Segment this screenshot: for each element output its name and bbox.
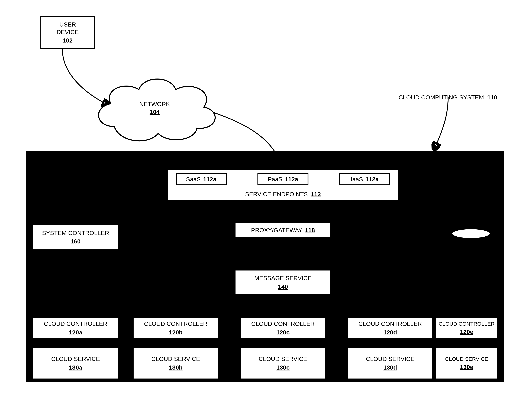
cloud-system-title: CLOUD COMPUTING SYSTEM [399,94,484,101]
proxy-title: PROXY/GATEWAY [251,227,303,234]
data-store-ref: 150 [486,189,496,195]
user-device-box: USER DEVICE 102 [40,16,95,49]
message-service-box: MESSAGE SERVICE 140 [235,269,331,295]
cloud-controller-b-ref: 120b [169,329,183,336]
svg-point-49 [452,229,490,238]
paas-box: PaaS 112a [258,173,308,185]
cloud-controller-e: CLOUD CONTROLLER 120e [435,317,498,339]
cloud-service-c: CLOUD SERVICE 130c [240,347,326,379]
saas-box: SaaS 112a [176,173,227,185]
service-endpoints-ref: 112 [311,191,321,197]
diagram-canvas: USER DEVICE 102 NETWORK 104 CLOUD COMPUT… [0,0,532,401]
service-endpoints-title: SERVICE ENDPOINTS [245,191,308,197]
cloud-service-a: CLOUD SERVICE 130a [32,347,119,379]
cloud-controller-b: CLOUD CONTROLLER 120b [133,317,219,339]
iaas-title: IaaS [351,176,363,183]
user-device-ref: 102 [63,37,73,44]
user-device-title: USER DEVICE [57,21,79,36]
cloud-system-ref: 110 [487,94,497,101]
message-service-title: MESSAGE SERVICE [254,274,312,282]
system-controller-ref: 160 [71,238,81,245]
cloud-controller-e-ref: 120e [460,328,473,336]
network-cloud: NETWORK 104 [88,70,222,146]
cloud-system-label: CLOUD COMPUTING SYSTEM 110 [392,86,497,109]
data-store-icon [450,228,492,267]
cloud-controller-a: CLOUD CONTROLLER 120a [32,317,119,339]
intnet-line1-slash: / [419,217,422,224]
intnet-line1-ref: 114 [409,217,419,224]
cloud-controller-a-ref: 120a [69,329,82,336]
paas-title: PaaS [268,176,282,183]
internal-network-label: INTERNAL NETWORK 114 / VIRTUAL NETWORK 1… [339,209,422,254]
cloud-controller-d-ref: 120d [383,329,397,336]
cloud-controller-c-ref: 120c [276,329,290,336]
cloud-service-d-title: CLOUD SERVICE [366,355,414,363]
system-controller-title: SYSTEM CONTROLLER [42,229,109,237]
cloud-controller-a-title: CLOUD CONTROLLER [44,320,107,328]
cloud-controller-e-title: CLOUD CONTROLLER [439,320,494,327]
proxy-ref: 118 [305,227,315,234]
cloud-service-d: CLOUD SERVICE 130d [347,347,433,379]
data-store-title: DATA STORE [446,189,483,195]
cloud-controller-d-title: CLOUD CONTROLLER [359,320,422,328]
cloud-service-e: CLOUD SERVICE 130e [435,347,498,379]
intnet-line2-ref: 116 [405,239,415,246]
cloud-service-b: CLOUD SERVICE 130b [133,347,219,379]
cloud-service-b-ref: 130b [169,364,183,371]
proxy-gateway-box: PROXY/GATEWAY 118 [235,222,331,238]
saas-ref: 112a [203,176,216,183]
message-service-ref: 140 [278,283,288,290]
cloud-controller-d: CLOUD CONTROLLER 120d [347,317,433,339]
cloud-controller-c-title: CLOUD CONTROLLER [251,320,315,328]
cloud-service-a-ref: 130a [69,364,82,371]
system-controller-box: SYSTEM CONTROLLER 160 [32,224,119,250]
saas-title: SaaS [186,176,201,183]
paas-ref: 112a [285,176,298,183]
iaas-box: IaaS 112a [339,173,390,185]
cloud-controller-c: CLOUD CONTROLLER 120c [240,317,326,339]
data-store-label: DATA STORE 150 [439,181,496,203]
network-title: NETWORK [139,101,170,107]
cloud-service-a-title: CLOUD SERVICE [51,355,100,363]
cloud-service-c-ref: 130c [276,364,290,371]
cloud-service-b-title: CLOUD SERVICE [151,355,200,363]
cloud-service-e-title: CLOUD SERVICE [445,356,488,362]
cloud-service-d-ref: 130d [383,364,397,371]
cloud-controller-b-title: CLOUD CONTROLLER [144,320,208,328]
intnet-line2-title: VIRTUAL NETWORK [346,239,403,246]
cloud-service-c-title: CLOUD SERVICE [259,355,307,363]
iaas-ref: 112a [365,176,379,183]
network-ref: 104 [139,109,170,115]
intnet-line1-title: INTERNAL NETWORK [346,217,407,224]
cloud-service-e-ref: 130e [460,363,473,371]
